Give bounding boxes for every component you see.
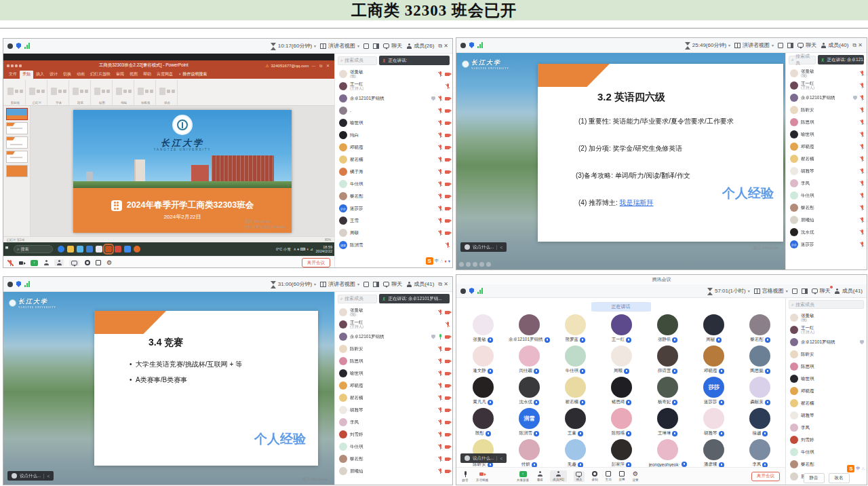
leave-meeting-button[interactable]: 离开会议 [302, 258, 330, 267]
member-mic-icon[interactable] [438, 230, 442, 236]
ribbon-tab[interactable]: 文件 [6, 71, 20, 79]
taskbar-app-icon[interactable] [105, 246, 112, 253]
participant-tile[interactable]: 沈永优 [507, 377, 551, 408]
mute-icon[interactable] [7, 260, 14, 266]
member-mic-icon[interactable] [860, 144, 864, 149]
member-row[interactable]: 喻世琪 [339, 117, 450, 129]
quick-chat-bubble[interactable]: 说点什么... < [460, 453, 507, 463]
ribbon-group[interactable]: 段落 [71, 80, 91, 105]
security-shield-icon[interactable] [16, 281, 21, 287]
taskbar-app-icon[interactable] [86, 246, 93, 253]
member-row[interactable]: 黎若彤 [339, 190, 450, 202]
member-camera-icon[interactable] [445, 219, 450, 223]
ribbon-tab[interactable]: 视图 [127, 71, 140, 79]
member-mic-icon[interactable] [438, 193, 442, 199]
members-button[interactable]: 成员(41) [550, 470, 567, 482]
member-mic-icon[interactable] [438, 71, 442, 77]
member-camera-icon[interactable] [445, 122, 450, 125]
invite-icon[interactable] [43, 260, 49, 265]
member-mic-icon[interactable] [438, 169, 442, 174]
record-icon[interactable] [460, 288, 466, 294]
ribbon-group[interactable]: 幻灯片 [27, 80, 47, 105]
member-mic-icon[interactable] [438, 157, 442, 162]
member-row[interactable]: 邓晓霞 [790, 141, 864, 153]
member-mic-icon[interactable] [438, 383, 442, 388]
participant-tile[interactable]: 胡雅琴 [692, 408, 736, 439]
member-row[interactable]: 胡雅琴 [339, 404, 450, 416]
slide-thumbnail-3[interactable] [6, 136, 28, 149]
member-row[interactable]: 余卓12101罗锦绣 [790, 336, 864, 348]
meeting-timer[interactable]: 10:17(60分钟)▾ [271, 42, 316, 50]
member-list[interactable]: 张曼敏(我) 王一红(主持人) 余卓12101罗锦绣 [786, 311, 867, 485]
member-row[interactable]: 邓晓霞 [790, 385, 864, 397]
record-icon[interactable] [7, 282, 13, 287]
member-row[interactable]: 陈昕安 [790, 104, 864, 116]
participant-tile[interactable]: 潘彦臻 [692, 439, 736, 470]
member-row[interactable]: 牛佳琪 [790, 446, 864, 458]
member-camera-icon[interactable] [445, 170, 450, 174]
member-row[interactable]: 张曼敏(我) [790, 312, 864, 324]
member-mic-icon[interactable] [438, 334, 442, 339]
rename-member-button[interactable]: 改名 [829, 473, 850, 483]
member-list[interactable]: 张曼敏(我) 王一红(主持人) [786, 67, 867, 269]
participant-tile[interactable]: 周秘 [692, 314, 736, 345]
fullscreen-icon[interactable] [363, 43, 369, 49]
member-camera-icon[interactable] [445, 335, 450, 339]
member-row[interactable]: 喻世琪 [790, 373, 864, 385]
blogger-link[interactable]: 我是瑞斯拜 [620, 199, 654, 206]
tray-icons[interactable]: ∧ ♦ ⌨ ◖ ⊿ [294, 247, 313, 251]
member-row[interactable]: 陈思琪 [790, 360, 864, 373]
participant-tile[interactable]: 龚献英 [738, 377, 783, 408]
start-button[interactable] [5, 246, 12, 253]
member-row[interactable]: 莎莎 迷莎莎 [790, 238, 864, 250]
ribbon-group[interactable]: 加载项 [136, 80, 156, 105]
member-row[interactable]: 莎莎 迷莎莎 [339, 202, 450, 214]
side-panel-toggle-icon[interactable] [373, 43, 379, 49]
quick-chat-bubble[interactable]: 说点什么... < [460, 242, 507, 252]
window-controls[interactable]: ⧉ ✕ [438, 281, 448, 288]
member-mic-icon[interactable] [860, 95, 864, 100]
quick-access-toolbar[interactable] [7, 64, 22, 67]
clock[interactable]: 18:592024/2/22 [316, 245, 332, 254]
member-row[interactable]: 陈昕安 [790, 348, 864, 360]
participant-tile[interactable]: 殷彤 [460, 408, 505, 439]
chat-button[interactable]: 聊天 [383, 280, 402, 288]
member-camera-icon[interactable] [445, 372, 450, 375]
member-camera-icon[interactable] [445, 348, 450, 351]
member-row[interactable]: 王一红(主持人) [790, 79, 864, 92]
member-row[interactable]: 张曼敏(我) [790, 67, 864, 79]
member-mic-icon[interactable] [438, 346, 442, 352]
member-row[interactable]: 牛佳琪 [790, 189, 864, 202]
ribbon-group[interactable]: 字体 [49, 80, 69, 105]
security-shield-icon[interactable] [16, 43, 21, 49]
member-mic-icon[interactable] [438, 132, 442, 138]
camera-button[interactable]: 开启视频 [475, 471, 489, 482]
member-row[interactable]: 余卓12101罗锦绣 [339, 92, 450, 105]
weather-widget[interactable]: 0°C 小雪 [276, 247, 291, 252]
member-mic-icon[interactable] [438, 181, 442, 187]
mute-member-button[interactable]: 静音 [804, 473, 825, 483]
member-camera-icon[interactable] [445, 457, 450, 461]
member-row[interactable]: . [339, 105, 450, 117]
member-row[interactable]: 牛佳琪 [339, 178, 450, 190]
participant-tile[interactable]: 闫佳颖 [507, 345, 551, 377]
member-mic-icon[interactable] [438, 206, 442, 211]
participant-tile[interactable]: 王一红 [599, 314, 644, 345]
view-mode-dropdown[interactable]: 演讲者视图▾ [320, 280, 359, 288]
member-row[interactable]: 李凤 [790, 177, 864, 189]
member-row[interactable]: 余卓12101罗锦绣 [339, 331, 450, 343]
member-row[interactable]: 喻世琪 [339, 367, 450, 379]
participant-tile[interactable]: 付妍 [507, 439, 551, 470]
participant-tile[interactable]: 李凤 [738, 439, 783, 470]
fullscreen-icon[interactable] [778, 43, 783, 48]
taskbar-app-icon[interactable] [134, 246, 140, 253]
fullscreen-icon[interactable] [792, 288, 797, 294]
member-row[interactable]: 胡雅琴 [790, 165, 864, 177]
members-button[interactable]: 成员(41) [406, 280, 434, 288]
member-camera-icon[interactable] [445, 445, 450, 449]
participant-tile[interactable]: 黎若彤 [738, 314, 783, 345]
member-row[interactable]: 胡雅琴 [790, 409, 864, 422]
member-list[interactable]: 张曼敏(我) 王一红(主持人) [335, 67, 452, 267]
member-camera-icon[interactable] [445, 146, 450, 149]
member-mic-icon[interactable] [860, 242, 864, 247]
